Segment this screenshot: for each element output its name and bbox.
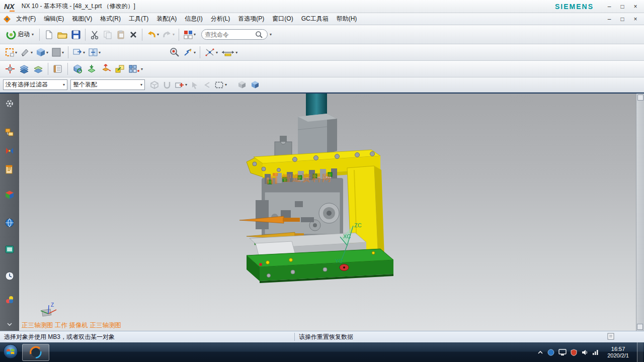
sidebar-collapse-icon[interactable] — [6, 322, 13, 329]
pedestal-block[interactable] — [275, 114, 337, 157]
show-desktop-button[interactable] — [637, 342, 643, 362]
menu-tools[interactable]: 工具(T) — [125, 13, 152, 25]
assembly-constraints-button[interactable] — [113, 63, 126, 75]
minimize-button[interactable]: – — [603, 2, 616, 11]
rotate-view-button[interactable] — [19, 47, 34, 58]
security-icon[interactable] — [571, 349, 577, 356]
display-icon[interactable] — [558, 349, 567, 356]
copy-button[interactable] — [102, 29, 114, 40]
measure-button[interactable] — [220, 47, 238, 58]
command-finder-dropdown[interactable] — [270, 32, 272, 37]
history-icon[interactable] — [5, 271, 15, 283]
menu-file[interactable]: 文件(F) — [12, 13, 40, 25]
layer-visible-button[interactable] — [32, 63, 45, 74]
window-layout-button[interactable] — [182, 29, 197, 40]
select-box-button[interactable] — [4, 47, 18, 58]
rotate-view-icon — [20, 47, 30, 57]
ime-icon[interactable] — [547, 349, 554, 356]
find-component-button[interactable] — [71, 63, 84, 75]
siemens-brand: SIEMENS — [555, 3, 594, 11]
solid-body-button[interactable] — [249, 80, 261, 90]
delete-x-icon — [129, 30, 138, 39]
start-button[interactable] — [3, 344, 18, 360]
network-icon[interactable] — [592, 349, 599, 355]
window-cascade-button[interactable] — [71, 47, 86, 58]
maximize-button[interactable]: □ — [616, 2, 629, 11]
web-browser-icon[interactable] — [5, 218, 15, 229]
report-button[interactable] — [51, 63, 64, 74]
cut-button[interactable] — [89, 29, 101, 40]
volume-icon[interactable] — [581, 349, 588, 356]
delete-button[interactable] — [128, 30, 139, 40]
clock-date: 2020/2/1 — [607, 352, 629, 359]
new-file-button[interactable] — [43, 29, 55, 40]
move-component-button[interactable] — [99, 63, 112, 75]
part-navigator-icon[interactable] — [5, 164, 15, 176]
snap-point-button[interactable] — [203, 47, 219, 58]
constraint-navigator-icon[interactable] — [5, 146, 15, 157]
layer-settings-button[interactable] — [18, 63, 31, 74]
open-file-button[interactable] — [56, 29, 69, 40]
menu-format[interactable]: 格式(R) — [96, 13, 125, 25]
reuse-library-icon[interactable] — [5, 190, 15, 202]
menu-view[interactable]: 视图(V) — [68, 13, 96, 25]
graphics-viewport[interactable]: ZC XC YC Z 智造资料网 正三轴测图 工作 摄像机 正三轴测图 — [19, 94, 636, 332]
close-button[interactable]: × — [629, 2, 642, 11]
windows-taskbar: 16:57 2020/2/1 — [0, 342, 644, 362]
open-folder-icon — [57, 30, 68, 40]
menu-preferences[interactable]: 首选项(P) — [234, 13, 268, 25]
menu-window[interactable]: 窗口(O) — [268, 13, 297, 25]
menu-help[interactable]: 帮助(H) — [333, 13, 361, 25]
new-file-icon — [44, 30, 54, 40]
doc-minimize-button[interactable]: – — [603, 15, 616, 24]
menu-edit[interactable]: 编辑(E) — [40, 13, 68, 25]
undo-button[interactable] — [145, 30, 160, 40]
hidden-icons-chevron[interactable] — [537, 350, 543, 355]
general-object-button[interactable] — [236, 80, 248, 90]
taskbar-clock[interactable]: 16:57 2020/2/1 — [603, 346, 633, 359]
command-finder-input[interactable] — [205, 31, 255, 38]
clock-time: 16:57 — [607, 346, 629, 352]
selection-scope-select[interactable]: 整个装配 — [70, 79, 145, 90]
menu-information[interactable]: 信息(I) — [181, 13, 206, 25]
menu-assembly[interactable]: 装配(A) — [152, 13, 181, 25]
hd3d-tool-icon[interactable] — [5, 244, 15, 256]
background-swatch-button[interactable] — [50, 47, 65, 58]
assembly-navigator-icon[interactable] — [5, 127, 15, 139]
copy-icon — [103, 30, 113, 40]
fullscreen-toggle-button[interactable] — [637, 95, 643, 101]
menu-gc-toolbox[interactable]: GC工具箱 — [297, 13, 333, 25]
orient-wcs-button[interactable] — [182, 47, 197, 58]
start-menu-button[interactable]: 启动 — [4, 29, 36, 41]
add-select-button[interactable] — [174, 80, 188, 90]
taskbar-nx-app-button[interactable] — [22, 344, 49, 361]
standard-toolbar: 启动 — [0, 25, 644, 44]
rect-select-button[interactable] — [213, 80, 228, 90]
snap-toggle-button[interactable] — [162, 80, 173, 90]
redo-button[interactable] — [161, 30, 176, 40]
status-note-icon[interactable] — [607, 332, 615, 342]
paste-button[interactable] — [115, 29, 127, 40]
strip-bottom-button[interactable] — [637, 324, 643, 330]
window-split-button[interactable] — [87, 47, 102, 58]
save-button[interactable] — [70, 29, 82, 40]
menu-analysis[interactable]: 分析(L) — [207, 13, 234, 25]
right-border-strip — [636, 94, 644, 332]
shaded-view-button[interactable] — [35, 47, 49, 58]
show-hide-button[interactable] — [168, 46, 181, 58]
doc-close-button[interactable]: × — [629, 15, 642, 24]
find-component-icon — [72, 63, 83, 74]
deselect-button[interactable] — [189, 80, 200, 90]
search-icon[interactable] — [255, 31, 263, 38]
contact-align-button[interactable] — [4, 63, 17, 75]
open-component-button[interactable] — [85, 63, 98, 75]
select-prev-button[interactable] — [201, 80, 212, 90]
process-studio-icon[interactable] — [5, 295, 15, 306]
roles-gear-icon[interactable] — [5, 99, 15, 110]
selection-filter-select[interactable]: 没有选择过滤器 — [3, 79, 67, 90]
highlight-related-button[interactable] — [148, 80, 160, 90]
move-component-icon — [100, 63, 111, 74]
engine-block[interactable] — [256, 168, 343, 238]
pattern-component-button[interactable] — [127, 63, 144, 75]
doc-restore-button[interactable]: □ — [616, 15, 629, 24]
